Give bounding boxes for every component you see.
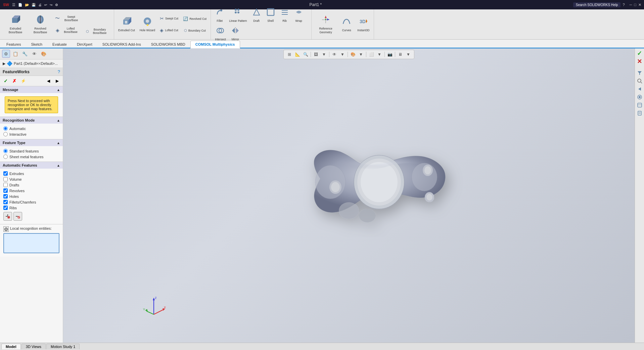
tasks-btn[interactable] (636, 110, 643, 117)
open-btn[interactable]: 📂 (25, 3, 29, 7)
view-camera-btn[interactable]: 📷 (386, 51, 394, 58)
lofted-boss-base-btn[interactable]: ◈ Lofted Boss/Base (53, 26, 83, 35)
help-btn[interactable]: ? (623, 3, 625, 7)
property-tab-btn[interactable]: 📋 (11, 50, 19, 58)
extruded-cut-btn[interactable]: Extruded Cut (116, 15, 137, 33)
motion-study-tab[interactable]: Motion Study 1 (46, 344, 80, 349)
mirror-btn[interactable]: Mirror (229, 25, 242, 42)
help-icon[interactable]: ? (58, 69, 60, 74)
view-orient-btn[interactable]: ⊞ (286, 51, 293, 58)
automatic-features-header[interactable]: Automatic Features ▲ (0, 162, 63, 169)
minimize-btn[interactable]: ─ (630, 3, 632, 7)
view-normal-btn[interactable]: 📐 (294, 51, 301, 58)
boundary-cut-btn[interactable]: ⬡ Boundary Cut (181, 27, 209, 34)
filter-btn[interactable] (636, 69, 643, 77)
revolved-boss-base-btn[interactable]: Revolved Boss/Base (28, 13, 52, 35)
view-display-btn[interactable]: 🖼 (312, 51, 320, 58)
reject-btn[interactable]: ✕ (636, 58, 643, 65)
extrudes-checkbox[interactable]: Extrudes (3, 171, 59, 176)
settings-btn[interactable]: ⚙ (55, 3, 58, 7)
forward-btn[interactable]: ▶ (53, 77, 61, 85)
view-display-dropdown[interactable]: ▼ (320, 51, 328, 58)
view-zoom-btn[interactable]: 🔍 (302, 51, 309, 58)
instant3d-btn[interactable]: 3D Instant3D (355, 15, 371, 33)
appearance-tab-btn[interactable]: 🎨 (40, 50, 48, 58)
revolves-checkbox[interactable]: Revolves (3, 188, 59, 193)
view-hide-dropdown[interactable]: ▼ (339, 51, 346, 58)
save-btn[interactable]: 💾 (32, 3, 36, 7)
linear-pattern-btn[interactable]: Linear Pattern (227, 6, 249, 24)
hole-wizard-btn[interactable]: ⭐ Hole Wizard (138, 15, 157, 33)
recognition-mode-header[interactable]: Recognition Mode ▲ (0, 117, 63, 124)
file-menu-btn[interactable]: ☰ (12, 3, 15, 7)
viewport[interactable]: ⊞ 📐 🔍 🖼 ▼ 👁 ▼ 🎨 ▼ ⬜ ▼ 📷 🖥 ▼ (63, 48, 635, 343)
redo-btn[interactable]: ↪ (50, 3, 52, 7)
undo-btn[interactable]: ↩ (44, 3, 47, 7)
accept-btn[interactable]: ✓ (636, 50, 643, 57)
fillet-btn[interactable]: Fillet (213, 6, 226, 24)
view-appear-dropdown[interactable]: ▼ (357, 51, 365, 58)
previous-view-btn[interactable] (636, 85, 643, 93)
draft-btn[interactable]: Draft (250, 6, 263, 24)
remove-auto-feature-btn[interactable] (13, 212, 22, 221)
view-section-btn[interactable]: ⬜ (368, 51, 375, 58)
back-btn[interactable]: ◀ (45, 77, 52, 85)
drafts-checkbox[interactable]: Drafts (3, 182, 59, 188)
standard-features-radio[interactable]: Standard features (3, 148, 59, 154)
zoom-to-fit-btn[interactable] (636, 77, 643, 85)
lofted-cut-btn[interactable]: ◈ Lofted Cut (158, 26, 180, 34)
view-hide-show-btn[interactable]: 👁 (331, 51, 338, 58)
tab-sw-mbd[interactable]: SOLIDWORKS MBD (146, 41, 190, 48)
ok-btn[interactable]: ✓ (2, 77, 9, 85)
hole-wizard-icon: ⭐ (143, 16, 152, 28)
tab-features[interactable]: Features (1, 41, 26, 48)
add-auto-feature-btn[interactable] (3, 212, 12, 221)
wrap-btn[interactable]: Wrap (292, 6, 306, 24)
print-btn[interactable]: 🖨 (38, 3, 42, 7)
search-bar[interactable]: Search SOLIDWORKS Help (573, 2, 621, 7)
fillets-chamfers-checkbox[interactable]: Fillets/Chamfers (3, 199, 59, 205)
local-recognition-icon[interactable]: 🔘 (3, 226, 9, 232)
feature-type-header[interactable]: Feature Type ▲ (0, 139, 63, 146)
view-appearance-btn[interactable]: 🎨 (349, 51, 357, 58)
cancel-btn[interactable]: ✗ (11, 77, 18, 85)
rib-btn[interactable]: Rib (278, 6, 291, 24)
tab-comsol[interactable]: COMSOL Multiphysics (190, 41, 240, 48)
view-screen-btn[interactable]: 🖥 (397, 51, 404, 58)
reference-geometry-btn[interactable]: Reference Geometry (314, 13, 338, 35)
sheet-metal-radio[interactable]: Sheet metal features (3, 154, 59, 160)
revolved-cut-btn[interactable]: 🔄 Revolved Cut (181, 15, 209, 23)
display-tab-btn[interactable]: 👁 (30, 50, 38, 58)
tree-expand-icon[interactable]: ▶ (3, 61, 5, 66)
scene-btn[interactable] (636, 101, 643, 109)
tab-dimxpert[interactable]: DimXpert (72, 41, 97, 48)
intersect-btn[interactable]: Intersect (213, 25, 228, 42)
view-screen-dropdown[interactable]: ▼ (405, 51, 412, 58)
new-btn[interactable]: 📄 (18, 3, 22, 7)
local-recognition-box[interactable] (3, 233, 59, 253)
3dviews-tab[interactable]: 3D Views (21, 344, 46, 349)
appearance-btn2[interactable] (636, 93, 643, 101)
message-section-header[interactable]: Message ▲ (0, 86, 63, 93)
rebuild-btn[interactable]: ⚡ (19, 77, 27, 85)
restore-btn[interactable]: □ (634, 3, 636, 7)
featureworks-tab-btn[interactable]: ⚙ (2, 50, 10, 58)
shell-btn[interactable]: Shell (264, 6, 277, 24)
config-tab-btn[interactable]: 🔧 (21, 50, 29, 58)
tab-sketch[interactable]: Sketch (26, 41, 47, 48)
automatic-radio[interactable]: Automatic (3, 126, 59, 131)
ribs-checkbox[interactable]: Ribs (3, 205, 59, 211)
close-btn[interactable]: ✕ (638, 3, 641, 7)
extruded-boss-base-btn[interactable]: Extruded Boss/Base (3, 13, 28, 35)
volume-checkbox[interactable]: Volume (3, 176, 59, 182)
curves-btn[interactable]: Curves (338, 15, 355, 33)
holes-checkbox[interactable]: Holes (3, 193, 59, 199)
view-section-dropdown[interactable]: ▼ (376, 51, 383, 58)
swept-cut-btn[interactable]: ✂ Swept Cut (158, 14, 180, 23)
tab-evaluate[interactable]: Evaluate (47, 41, 72, 48)
model-tab[interactable]: Model (1, 344, 21, 349)
interactive-radio[interactable]: Interactive (3, 131, 59, 137)
swept-boss-base-btn[interactable]: 〜 Swept Boss/Base (53, 14, 83, 23)
tab-sw-addins[interactable]: SOLIDWORKS Add-Ins (97, 41, 146, 48)
boundary-boss-base-btn[interactable]: ⬡ Boundary Boss/Base (84, 27, 112, 36)
